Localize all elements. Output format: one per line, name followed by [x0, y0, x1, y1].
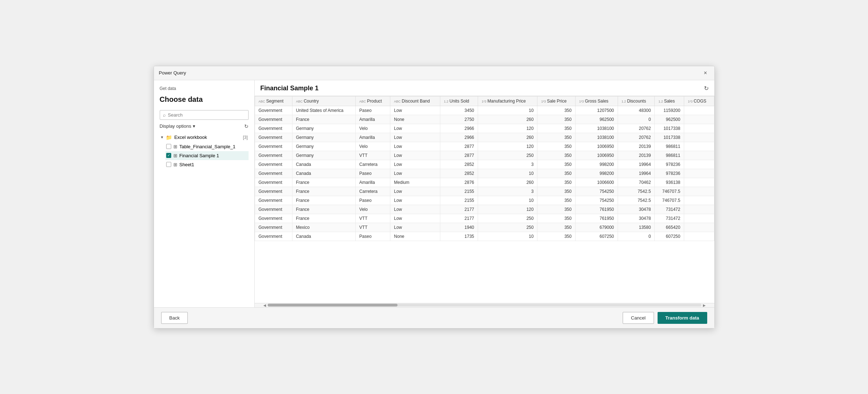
table-cell: 2966 — [440, 124, 478, 133]
table-cell: 3 — [478, 160, 537, 169]
table-cell: Amarilla — [355, 178, 390, 187]
checkbox-financial-sample[interactable] — [166, 153, 171, 158]
table-row: GovernmentGermanyAmarillaLow296626035010… — [255, 133, 714, 142]
table-cell: 250 — [478, 223, 537, 232]
table-cell: Medium — [390, 178, 440, 187]
table-cell — [684, 205, 714, 214]
table-cell: 2155 — [440, 187, 478, 196]
search-icon: ⌕ — [163, 112, 166, 118]
table-cell: Paseo — [355, 169, 390, 178]
table-cell — [684, 178, 714, 187]
table-cell: 350 — [537, 178, 576, 187]
table-cell: France — [292, 205, 355, 214]
col-header-sales: 1.2Sales — [655, 96, 684, 106]
preview-refresh-icon[interactable]: ↻ — [704, 85, 709, 92]
close-button[interactable]: × — [701, 69, 709, 77]
table-cell: 7542.5 — [618, 187, 655, 196]
col-header-cogs: 1²3COGS — [684, 96, 714, 106]
checkbox-table-financial[interactable] — [166, 144, 171, 149]
data-table-container[interactable]: ABCSegmentABCCountryABCProductABCDiscoun… — [255, 96, 714, 303]
table-cell: Low — [390, 151, 440, 160]
table-cell: 607250 — [655, 232, 684, 241]
table-cell: 30478 — [618, 205, 655, 214]
table-cell: 2966 — [440, 133, 478, 142]
table-cell: 20762 — [618, 133, 655, 142]
display-options-button[interactable]: Display options ▾ — [160, 123, 195, 129]
cancel-button[interactable]: Cancel — [623, 312, 654, 324]
table-cell: 350 — [537, 133, 576, 142]
table-cell: Government — [255, 106, 292, 115]
table-cell: Low — [390, 223, 440, 232]
table-cell: 2852 — [440, 169, 478, 178]
table-cell: 260 — [478, 178, 537, 187]
table-cell: 754250 — [575, 196, 618, 205]
tree-excel-workbook[interactable]: ▼ 📁 Excel workbook [3] — [160, 133, 249, 142]
table-row: GovernmentFranceCarreteraLow215533507542… — [255, 187, 714, 196]
table-row: GovernmentUnited States of AmericaPaseoL… — [255, 106, 714, 115]
data-table: ABCSegmentABCCountryABCProductABCDiscoun… — [255, 96, 714, 241]
preview-title-row: Financial Sample 1 ↻ — [255, 85, 714, 96]
table-cell: Low — [390, 142, 440, 151]
table-cell — [684, 232, 714, 241]
table-cell: France — [292, 115, 355, 124]
table-cell: Low — [390, 196, 440, 205]
power-query-dialog: Power Query × Get data Choose data ⌕ Dis… — [154, 66, 715, 329]
refresh-icon[interactable]: ↻ — [244, 123, 249, 129]
table-cell: 20762 — [618, 124, 655, 133]
table-cell: 2877 — [440, 151, 478, 160]
table-cell: 2877 — [440, 142, 478, 151]
table-cell: 3450 — [440, 106, 478, 115]
table-cell: 350 — [537, 223, 576, 232]
transform-data-button[interactable]: Transform data — [658, 312, 707, 324]
table-cell: 350 — [537, 214, 576, 223]
table-cell: Carretera — [355, 187, 390, 196]
table-cell: Canada — [292, 232, 355, 241]
tree-item-table-financial[interactable]: ⊞ Table_Financial_Sample_1 — [165, 142, 249, 151]
table-cell: 731472 — [655, 214, 684, 223]
table-cell: 2177 — [440, 205, 478, 214]
table-cell: 350 — [537, 124, 576, 133]
table-cell: Government — [255, 187, 292, 196]
table-cell — [684, 133, 714, 142]
scrollbar-thumb[interactable] — [268, 304, 398, 307]
table-cell — [684, 169, 714, 178]
table-cell: France — [292, 214, 355, 223]
tree-area: ▼ 📁 Excel workbook [3] ⊞ Table_Financial… — [160, 133, 249, 302]
page-label: Get data — [160, 86, 249, 91]
table-icon-3: ⊞ — [173, 162, 177, 167]
table-cell: 962500 — [575, 115, 618, 124]
col-header-discount-band: ABCDiscount Band — [390, 96, 440, 106]
table-cell: 30478 — [618, 214, 655, 223]
table-cell: Government — [255, 142, 292, 151]
scroll-right-arrow[interactable]: ▶ — [701, 303, 707, 307]
table-cell: 761950 — [575, 214, 618, 223]
table-cell: 1940 — [440, 223, 478, 232]
table-cell: Velo — [355, 205, 390, 214]
footer-bar: Back Cancel Transform data — [154, 307, 714, 328]
table-cell: 2852 — [440, 160, 478, 169]
table-cell — [684, 187, 714, 196]
search-input[interactable] — [168, 112, 245, 118]
table-cell: 2876 — [440, 178, 478, 187]
table-cell: 350 — [537, 115, 576, 124]
tree-label-sheet1: Sheet1 — [179, 162, 194, 167]
search-box[interactable]: ⌕ — [160, 110, 249, 120]
back-button[interactable]: Back — [161, 312, 188, 324]
horizontal-scrollbar[interactable]: ◀ ▶ — [255, 303, 714, 307]
table-cell — [684, 142, 714, 151]
table-cell: Government — [255, 196, 292, 205]
table-icon: ⊞ — [173, 144, 177, 149]
table-cell: Low — [390, 205, 440, 214]
checkbox-sheet1[interactable] — [166, 162, 171, 167]
table-cell: Canada — [292, 160, 355, 169]
tree-item-financial-sample[interactable]: ⊞ Financial Sample 1 — [165, 151, 249, 160]
tree-item-sheet1[interactable]: ⊞ Sheet1 — [165, 160, 249, 169]
col-header-gross-sales: 1²3Gross Sales — [575, 96, 618, 106]
table-row: GovernmentFrancePaseoLow2155103507542507… — [255, 196, 714, 205]
table-cell: Government — [255, 133, 292, 142]
scroll-left-arrow[interactable]: ◀ — [262, 303, 268, 307]
table-cell: 10 — [478, 169, 537, 178]
table-cell: VTT — [355, 223, 390, 232]
folder-icon: 📁 — [166, 135, 172, 140]
table-cell: 120 — [478, 124, 537, 133]
